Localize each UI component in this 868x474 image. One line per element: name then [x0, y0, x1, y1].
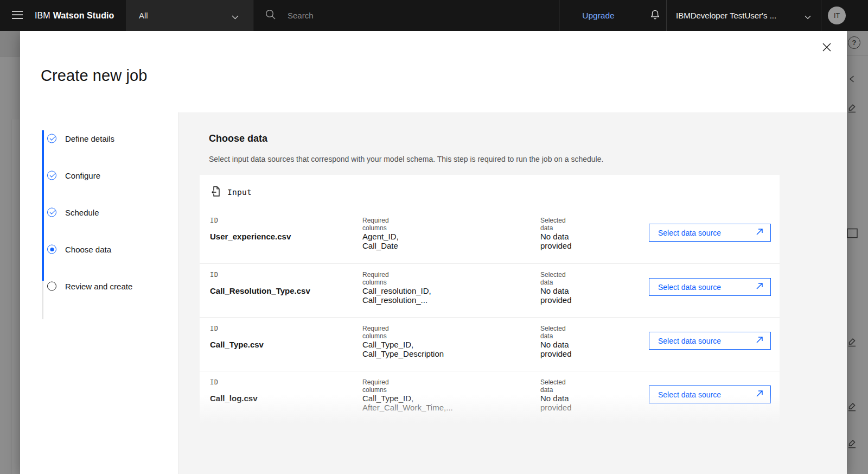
required-columns-header: Required columns — [362, 217, 389, 232]
input-card: Input ID User_experience.csv Required co… — [200, 175, 780, 426]
checkbox-icon — [847, 228, 858, 241]
launch-icon — [756, 390, 763, 399]
account-dropdown[interactable]: IBMDeveloper TestUser's ... — [667, 0, 821, 31]
id-value: Call_log.csv — [210, 394, 258, 403]
chevron-down-icon — [232, 12, 239, 21]
select-data-source-label: Select data source — [658, 390, 721, 399]
required-columns-value: Call_resolution_ID, Call_resolution_... — [362, 286, 431, 305]
required-columns-value: Call_Type_ID, After_Call_Work_Time,... — [362, 394, 453, 412]
step-label: Schedule — [65, 208, 99, 217]
selected-data-value: No data provided — [540, 232, 572, 250]
launch-icon — [756, 336, 763, 345]
table-row: ID Call_log.csv Required columns Call_Ty… — [200, 371, 780, 425]
menu-button[interactable] — [7, 0, 28, 31]
profile-button[interactable]: IT — [821, 0, 868, 31]
close-icon — [822, 43, 831, 53]
id-value: Call_Resolution_Type.csv — [210, 286, 310, 295]
required-columns-header: Required columns — [362, 271, 389, 286]
step-item-choose-data[interactable]: Choose data — [20, 231, 178, 268]
scope-dropdown-value: All — [139, 11, 148, 20]
select-data-source-button[interactable]: Select data source — [649, 332, 771, 350]
page-description: Select input data sources that correspon… — [209, 155, 603, 163]
table-row: ID User_experience.csv Required columns … — [200, 210, 780, 263]
required-columns-header: Required columns — [362, 325, 389, 340]
brand[interactable]: IBMWatson Studio — [35, 0, 114, 31]
dimmed-page-left — [0, 31, 20, 474]
edit-icon — [847, 337, 857, 350]
create-job-modal: Create new job Define detailsConfigureSc… — [20, 31, 847, 474]
progress-steps: Define detailsConfigureScheduleChoose da… — [20, 120, 178, 305]
menu-icon — [12, 11, 23, 21]
launch-icon — [756, 228, 763, 237]
step-complete-icon — [47, 208, 56, 217]
table-row: ID Call_Resolution_Type.csv Required col… — [200, 263, 780, 317]
step-item-define-details[interactable]: Define details — [20, 120, 178, 157]
id-column-header: ID — [210, 217, 218, 224]
selected-data-header: Selected data — [540, 325, 566, 340]
account-label: IBMDeveloper TestUser's ... — [676, 11, 776, 20]
progress-steps-pane: Define detailsConfigureScheduleChoose da… — [20, 112, 179, 474]
modal-title: Create new job — [41, 67, 147, 85]
brand-name: Watson Studio — [53, 11, 114, 20]
choose-data-panel: Choose data Select input data sources th… — [179, 112, 847, 474]
screen: IBMWatson Studio All Search Upgrade IBMD… — [0, 0, 868, 474]
search-placeholder: Search — [288, 11, 314, 20]
step-label: Configure — [65, 171, 100, 180]
select-data-source-button[interactable]: Select data source — [649, 278, 771, 296]
step-label: Choose data — [65, 245, 111, 254]
edit-icon — [847, 103, 857, 116]
top-nav: IBMWatson Studio All Search Upgrade IBMD… — [0, 0, 868, 31]
select-data-source-label: Select data source — [658, 283, 721, 292]
chevron-down-icon — [805, 12, 811, 21]
page-title: Choose data — [209, 133, 267, 144]
required-columns-header: Required columns — [362, 378, 389, 394]
step-complete-icon — [47, 171, 56, 180]
selected-data-value: No data provided — [540, 286, 572, 305]
required-columns-value: Call_Type_ID, Call_Type_Description — [362, 340, 444, 358]
step-current-icon — [47, 245, 56, 254]
step-item-schedule[interactable]: Schedule — [20, 194, 178, 231]
table-row: ID Call_Type.csv Required columns Call_T… — [200, 317, 780, 371]
dimmed-panel-edge — [11, 119, 20, 474]
select-data-source-label: Select data source — [658, 337, 721, 345]
notifications-button[interactable] — [643, 0, 666, 31]
input-card-header: Input — [200, 175, 780, 210]
search-input[interactable]: Search — [253, 0, 560, 31]
help-icon: ? — [848, 36, 860, 49]
selected-data-header: Selected data — [540, 217, 566, 232]
step-label: Define details — [65, 134, 114, 143]
selected-data-header: Selected data — [540, 271, 566, 286]
select-data-source-button[interactable]: Select data source — [649, 224, 771, 242]
select-data-source-label: Select data source — [658, 229, 721, 237]
selected-data-header: Selected data — [540, 378, 566, 394]
input-card-title: Input — [227, 188, 252, 197]
input-rows: ID User_experience.csv Required columns … — [200, 210, 780, 425]
dimmed-page-right: ? — [847, 31, 868, 474]
scope-dropdown[interactable]: All — [126, 0, 253, 31]
document-import-icon — [211, 186, 221, 199]
required-columns-value: Agent_ID, Call_Date — [362, 232, 399, 250]
edit-icon — [847, 438, 857, 451]
dimmed-subheader — [0, 31, 20, 56]
id-column-header: ID — [210, 378, 218, 386]
select-data-source-button[interactable]: Select data source — [649, 385, 771, 403]
selected-data-value: No data provided — [540, 394, 572, 412]
id-value: Call_Type.csv — [210, 340, 264, 349]
close-button[interactable] — [818, 39, 836, 57]
id-column-header: ID — [210, 325, 218, 332]
avatar: IT — [828, 7, 846, 24]
launch-icon — [756, 282, 763, 292]
step-complete-icon — [47, 134, 56, 143]
bell-icon — [649, 9, 661, 22]
chevron-left-icon — [848, 75, 855, 85]
id-value: User_experience.csv — [210, 232, 291, 241]
step-incomplete-icon — [47, 282, 56, 291]
brand-prefix: IBM — [35, 11, 50, 20]
step-label: Review and create — [65, 282, 132, 291]
edit-icon — [847, 401, 857, 414]
upgrade-link[interactable]: Upgrade — [569, 0, 628, 31]
id-column-header: ID — [210, 271, 218, 279]
step-item-configure[interactable]: Configure — [20, 157, 178, 194]
selected-data-value: No data provided — [540, 340, 572, 358]
step-item-review-and-create: Review and create — [20, 268, 178, 305]
